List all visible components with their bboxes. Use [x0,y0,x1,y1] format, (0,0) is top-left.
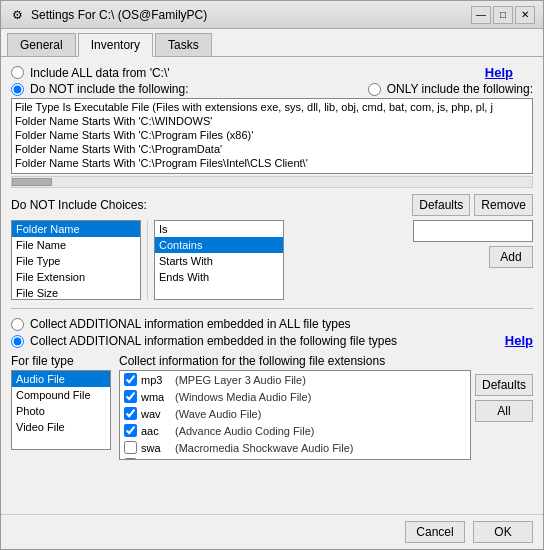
filetypes-row: For file type Audio File Compound File P… [11,354,533,506]
minimize-button[interactable]: — [471,6,491,24]
tab-content: Include ALL data from 'C:\' Help Do NOT … [1,57,543,514]
close-button[interactable]: ✕ [515,6,535,24]
collect-following-label: Collect ADDITIONAL information embedded … [30,334,397,348]
ext-aac: aac (Advance Audio Coding File) [120,422,470,439]
ext-wav: wav (Wave Audio File) [120,405,470,422]
filetype-list[interactable]: Audio File Compound File Photo Video Fil… [11,370,111,450]
choices-label: Do NOT Include Choices: [11,198,147,212]
only-include-row: ONLY include the following: [368,82,533,96]
horizontal-scrollbar[interactable] [11,176,533,188]
ext-aac-checkbox[interactable] [124,424,137,437]
do-not-include-label: Do NOT include the following: [30,82,189,96]
ext-swa-checkbox[interactable] [124,441,137,454]
condition-option-3[interactable]: Ends With [155,269,283,285]
tab-inventory[interactable]: Inventory [78,33,153,57]
collect-all-radio[interactable] [11,318,24,331]
listbox-item-3[interactable]: Folder Name Starts With 'C:\ProgramData' [13,142,531,156]
list-divider [147,220,148,300]
collect-section: Collect ADDITIONAL information embedded … [11,317,533,348]
ext-buttons: Defaults All [475,370,533,460]
ext-mp3-checkbox[interactable] [124,373,137,386]
include-row-2: Do NOT include the following: ONLY inclu… [11,82,533,96]
condition-option-2[interactable]: Starts With [155,253,283,269]
tab-general[interactable]: General [7,33,76,56]
include-all-row: Include ALL data from 'C:\' [11,66,170,80]
filetype-audio[interactable]: Audio File [12,371,110,387]
condition-option-1[interactable]: Contains [155,237,283,253]
ext-wma: wma (Windows Media Audio File) [120,388,470,405]
only-include-label: ONLY include the following: [387,82,533,96]
listbox-item-2[interactable]: Folder Name Starts With 'C:\Program File… [13,128,531,142]
filetype-video[interactable]: Video File [12,419,110,435]
filetype-photo[interactable]: Photo [12,403,110,419]
ext-swa: swa (Macromedia Shockwave Audio File) [120,439,470,456]
choices-right: Add [413,220,533,300]
extensions-listbox[interactable]: mp3 (MPEG Layer 3 Audio File) wma (Windo… [119,370,471,460]
field-option-3[interactable]: File Extension [12,269,140,285]
remove-button[interactable]: Remove [474,194,533,216]
collect-following-radio[interactable] [11,335,24,348]
only-include-radio[interactable] [368,83,381,96]
extensions-label: Collect information for the following fi… [119,354,533,368]
ok-button[interactable]: OK [473,521,533,543]
collect-all-row: Collect ADDITIONAL information embedded … [11,317,397,331]
do-not-include-radio[interactable] [11,83,24,96]
window-title: Settings For C:\ (OS@FamilyPC) [31,8,207,22]
title-bar: ⚙ Settings For C:\ (OS@FamilyPC) — □ ✕ [1,1,543,29]
listbox-item-4[interactable]: Folder Name Starts With 'C:\Program File… [13,156,531,170]
include-all-radio[interactable] [11,66,24,79]
window-icon: ⚙ [9,7,25,23]
do-not-include-row: Do NOT include the following: [11,82,189,96]
divider-1 [11,308,533,309]
main-window: ⚙ Settings For C:\ (OS@FamilyPC) — □ ✕ G… [0,0,544,550]
extensions-col: Collect information for the following fi… [119,354,533,506]
cancel-button[interactable]: Cancel [405,521,465,543]
title-bar-left: ⚙ Settings For C:\ (OS@FamilyPC) [9,7,207,23]
scrollbar-thumb [12,178,52,186]
field-options-list[interactable]: Folder Name File Name File Type File Ext… [11,220,141,300]
field-option-0[interactable]: Folder Name [12,221,140,237]
choices-row: Folder Name File Name File Type File Ext… [11,220,533,300]
field-option-2[interactable]: File Type [12,253,140,269]
condition-options-list[interactable]: Is Contains Starts With Ends With [154,220,284,300]
defaults-button[interactable]: Defaults [412,194,470,216]
filetypes-section: For file type Audio File Compound File P… [11,354,533,506]
ext-mp3: mp3 (MPEG Layer 3 Audio File) [120,371,470,388]
include-section: Include ALL data from 'C:\' Help Do NOT … [11,65,533,188]
for-filetype-label: For file type [11,354,111,368]
tab-tasks[interactable]: Tasks [155,33,212,56]
include-all-label: Include ALL data from 'C:\' [30,66,170,80]
filetype-col: For file type Audio File Compound File P… [11,354,111,506]
ext-aiff-checkbox[interactable] [124,458,137,460]
field-option-1[interactable]: File Name [12,237,140,253]
ext-defaults-button[interactable]: Defaults [475,374,533,396]
value-input[interactable] [413,220,533,242]
listbox-item-0[interactable]: File Type Is Executable File (Files with… [13,100,531,114]
include-listbox[interactable]: File Type Is Executable File (Files with… [11,98,533,174]
bottom-bar: Cancel OK [1,514,543,549]
ext-wav-checkbox[interactable] [124,407,137,420]
help-link[interactable]: Help [485,65,513,80]
add-button[interactable]: Add [489,246,533,268]
ext-wma-checkbox[interactable] [124,390,137,403]
listbox-item-1[interactable]: Folder Name Starts With 'C:\WINDOWS' [13,114,531,128]
maximize-button[interactable]: □ [493,6,513,24]
field-option-4[interactable]: File Size [12,285,140,300]
ext-all-button[interactable]: All [475,400,533,422]
filetype-compound[interactable]: Compound File [12,387,110,403]
tabs-bar: General Inventory Tasks [1,29,543,57]
choices-section: Do NOT Include Choices: Defaults Remove … [11,194,533,300]
ext-aiff: aiff (Audio Interchange File Format File… [120,456,470,460]
condition-option-0[interactable]: Is [155,221,283,237]
collect-help-link[interactable]: Help [505,333,533,348]
collect-following-row: Collect ADDITIONAL information embedded … [11,334,397,348]
include-row-1: Include ALL data from 'C:\' Help [11,65,533,80]
collect-all-label: Collect ADDITIONAL information embedded … [30,317,351,331]
title-controls: — □ ✕ [471,6,535,24]
